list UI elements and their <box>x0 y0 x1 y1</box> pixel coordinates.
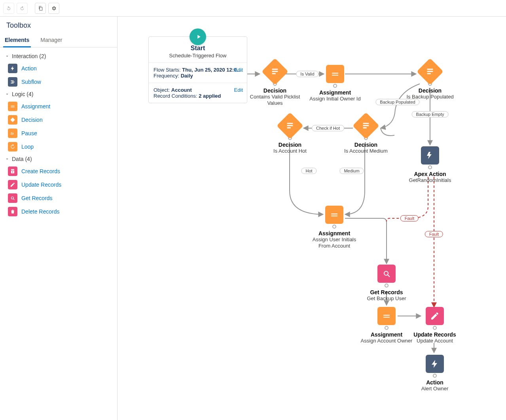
palette-item-label: Decision <box>21 117 43 123</box>
edge-label-check-hot: Check if Hot <box>312 125 344 131</box>
node-get-records[interactable]: Get Records Get Backup User <box>359 265 414 302</box>
palette-item-label: Create Records <box>21 168 60 174</box>
node-decision-medium[interactable]: Decision Is Account Medium <box>338 116 394 154</box>
toolbox-tabs: Elements Manager <box>0 33 117 47</box>
palette-item-delete[interactable]: Delete Records <box>0 205 117 218</box>
undo-button[interactable] <box>3 3 14 14</box>
palette-item-label: Subflow <box>21 79 41 85</box>
node-decision-backup[interactable]: Decision Is Backup Populated <box>402 62 458 100</box>
palette-item-label: Loop <box>21 144 34 150</box>
start-conditions-label: Record Conditions: <box>154 93 197 99</box>
palette-item-decision[interactable]: Decision <box>0 113 117 127</box>
svg-point-2 <box>384 271 388 275</box>
edge-label-backup-populated: Backup Populated <box>375 99 419 105</box>
palette-item-get[interactable]: Get Records <box>0 191 117 205</box>
start-conditions-value: 2 applied <box>199 93 221 99</box>
palette-item-loop[interactable]: Loop <box>0 140 117 153</box>
top-toolbar <box>0 0 506 17</box>
palette-item-label: Pause <box>21 130 37 136</box>
palette-item-label: Action <box>21 65 37 72</box>
start-title: Start <box>152 45 244 52</box>
node-decision-valid[interactable]: Decision Contains Valid Picklist Values <box>247 62 303 107</box>
svg-point-1 <box>11 197 14 199</box>
edge-label-hot: Hot <box>301 168 316 174</box>
tab-elements[interactable]: Elements <box>3 33 31 47</box>
tab-manager[interactable]: Manager <box>39 33 64 47</box>
start-edit-schedule[interactable]: Edit <box>234 67 243 73</box>
palette-item-label: Assignment <box>21 103 50 110</box>
copy-button[interactable] <box>35 3 46 14</box>
palette-item-subflow[interactable]: Subflow <box>0 75 117 89</box>
palette-item-pause[interactable]: ZzPause <box>0 127 117 140</box>
edge-label-fault-1: Fault <box>400 215 419 221</box>
settings-button[interactable] <box>48 3 59 14</box>
palette-item-create[interactable]: Create Records <box>0 165 117 178</box>
group-header[interactable]: Data (4) <box>0 153 117 165</box>
toolbox-title: Toolbox <box>0 17 117 33</box>
node-action-alert[interactable]: Action Alert Owner <box>407 355 462 392</box>
palette-item-label: Get Records <box>21 195 53 201</box>
start-card[interactable]: Start Schedule-Triggered Flow Flow Start… <box>148 36 247 103</box>
node-update-records[interactable]: Update Records Update Account <box>407 307 462 344</box>
start-flow-starts-value: Thu, Jun 25, 2020 12:0… <box>182 67 242 73</box>
palette-item-update[interactable]: Update Records <box>0 178 117 191</box>
node-assignment-owner[interactable]: Assignment Assign Account Owner <box>359 307 414 344</box>
palette-item-label: Update Records <box>21 182 61 188</box>
start-object-label: Object: <box>154 87 170 93</box>
group-header[interactable]: Interaction (2) <box>0 51 117 62</box>
start-subtitle: Schedule-Triggered Flow <box>152 53 244 59</box>
flow-canvas[interactable]: Start Schedule-Triggered Flow Flow Start… <box>117 17 506 420</box>
start-flow-starts-label: Flow Starts: <box>154 67 181 73</box>
node-apex-action[interactable]: Apex Action GetRandomInitials <box>402 146 458 184</box>
start-object-value: Account <box>171 87 192 93</box>
start-edit-object[interactable]: Edit <box>234 87 243 93</box>
toolbox-sidebar: Toolbox Elements Manager Interaction (2)… <box>0 17 117 420</box>
palette-item-label: Delete Records <box>21 208 60 215</box>
edge-label-backup-empty: Backup Empty <box>412 111 449 117</box>
group-header[interactable]: Logic (4) <box>0 89 117 100</box>
palette-item-assignment[interactable]: Assignment <box>0 100 117 113</box>
svg-text:Zz: Zz <box>11 132 14 135</box>
start-frequency-value: Daily <box>181 73 193 79</box>
node-assignment-initials[interactable]: Assignment Assign User Initials From Acc… <box>307 206 362 250</box>
start-play-icon <box>190 28 206 45</box>
redo-button[interactable] <box>17 3 28 14</box>
node-decision-hot[interactable]: Decision Is Account Hot <box>262 116 318 154</box>
edge-label-medium: Medium <box>339 168 364 174</box>
palette-item-action[interactable]: Action <box>0 62 117 75</box>
edge-label-fault-2: Fault <box>425 231 443 237</box>
start-frequency-label: Frequency: <box>154 73 179 79</box>
edge-label-is-valid: Is Valid <box>296 71 318 77</box>
